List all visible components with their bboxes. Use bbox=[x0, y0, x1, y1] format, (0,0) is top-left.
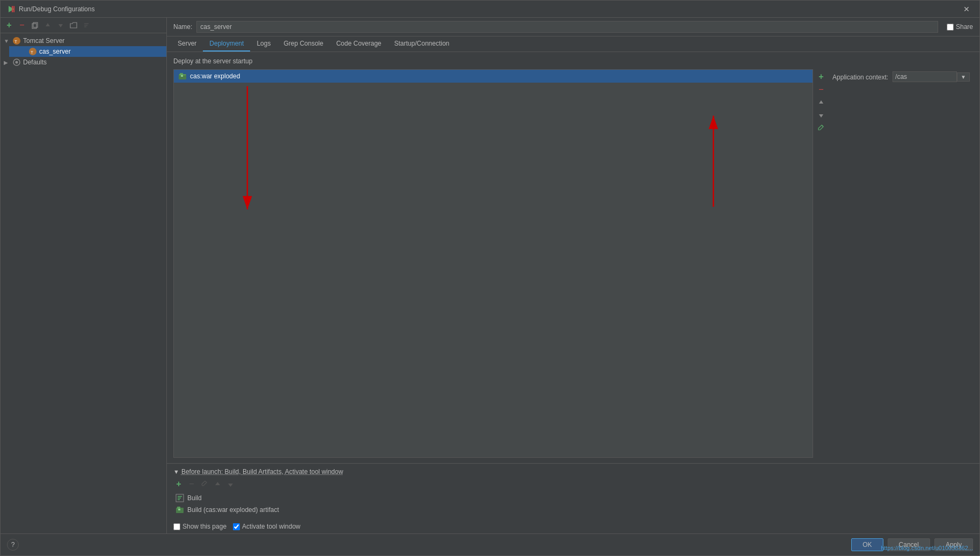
svg-rect-2 bbox=[13, 6, 14, 12]
defaults-icon bbox=[12, 58, 21, 67]
build-artifact-item: Build (cas:war exploded) artifact bbox=[173, 504, 973, 515]
share-checkbox[interactable] bbox=[947, 24, 954, 31]
left-toolbar: + − bbox=[1, 18, 166, 33]
remove-config-button[interactable]: − bbox=[17, 20, 27, 31]
help-button[interactable]: ? bbox=[7, 539, 19, 551]
app-context-area: Application context: ▼ bbox=[829, 69, 973, 458]
build-item-label: Build bbox=[187, 494, 202, 502]
tab-code-coverage[interactable]: Code Coverage bbox=[330, 36, 387, 52]
build-artifact-icon bbox=[175, 506, 184, 514]
before-launch-toolbar: + − bbox=[173, 479, 973, 489]
svg-marker-23 bbox=[215, 482, 220, 485]
before-launch-section: ▼ Before launch: Build, Build Artifacts,… bbox=[167, 463, 979, 520]
svg-marker-24 bbox=[228, 484, 233, 487]
deploy-sidebar: + − bbox=[813, 69, 829, 458]
app-context-input[interactable] bbox=[893, 71, 957, 82]
move-artifact-down-button[interactable] bbox=[816, 110, 827, 121]
activate-tool-window-label: Activate tool window bbox=[242, 523, 301, 530]
dialog-title: Run/Debug Configurations bbox=[19, 5, 94, 13]
build-icon bbox=[175, 494, 184, 502]
watermark: https://blog.csdn.net/u010058362... bbox=[881, 545, 973, 551]
bottom-options: Show this page Activate tool window bbox=[167, 520, 979, 533]
name-label: Name: bbox=[173, 23, 192, 31]
artifact-row-cas[interactable]: cas:war exploded bbox=[174, 70, 813, 83]
defaults-expand-arrow: ▶ bbox=[4, 60, 10, 65]
svg-rect-1 bbox=[12, 6, 13, 12]
svg-rect-4 bbox=[33, 23, 38, 27]
tab-startup-connection[interactable]: Startup/Connection bbox=[388, 36, 456, 52]
copy-config-button[interactable] bbox=[30, 20, 40, 31]
svg-marker-0 bbox=[9, 6, 14, 12]
run-debug-icon bbox=[7, 5, 16, 13]
svg-line-22 bbox=[822, 125, 823, 127]
svg-rect-3 bbox=[32, 24, 36, 28]
tab-grep-console[interactable]: Grep Console bbox=[277, 36, 330, 52]
sort-button[interactable] bbox=[81, 20, 92, 31]
bl-down-button[interactable] bbox=[225, 479, 236, 489]
move-down-button[interactable] bbox=[55, 20, 66, 31]
show-this-page-row: Show this page bbox=[173, 523, 226, 530]
svg-point-15 bbox=[16, 61, 18, 64]
config-tree: ▼ T Tomcat Server T cas_server bbox=[1, 33, 166, 533]
tree-node-tomcat-server[interactable]: ▼ T Tomcat Server bbox=[1, 35, 166, 46]
activate-tool-window-row: Activate tool window bbox=[233, 523, 301, 530]
svg-rect-18 bbox=[181, 75, 183, 77]
svg-marker-21 bbox=[819, 114, 823, 118]
tomcat-server-icon: T bbox=[12, 36, 21, 45]
tab-logs[interactable]: Logs bbox=[250, 36, 277, 52]
share-area: Share bbox=[947, 23, 973, 31]
show-page-checkbox[interactable] bbox=[173, 523, 180, 530]
svg-rect-31 bbox=[178, 509, 180, 510]
title-bar: Run/Debug Configurations ✕ bbox=[1, 1, 979, 18]
build-artifact-label: Build (cas:war exploded) artifact bbox=[187, 506, 279, 514]
app-context-label: Application context: bbox=[832, 71, 888, 81]
move-up-button[interactable] bbox=[42, 20, 53, 31]
svg-marker-6 bbox=[58, 24, 63, 27]
deployment-content: Deploy at the server startup bbox=[167, 52, 979, 463]
show-page-label: Show this page bbox=[182, 523, 226, 530]
cas-server-label: cas_server bbox=[39, 48, 71, 55]
add-artifact-button[interactable]: + bbox=[816, 71, 827, 82]
close-button[interactable]: ✕ bbox=[960, 4, 973, 14]
activate-tool-window-checkbox[interactable] bbox=[233, 523, 240, 530]
bl-edit-button[interactable] bbox=[199, 479, 210, 489]
svg-text:T: T bbox=[14, 39, 17, 44]
defaults-label: Defaults bbox=[23, 58, 47, 66]
artifact-list: cas:war exploded bbox=[173, 69, 813, 458]
svg-rect-30 bbox=[177, 507, 180, 509]
tree-node-cas-server[interactable]: T cas_server bbox=[9, 46, 166, 57]
name-input[interactable] bbox=[196, 21, 938, 33]
svg-rect-19 bbox=[179, 75, 186, 75]
bl-add-button[interactable]: + bbox=[173, 479, 184, 489]
share-label: Share bbox=[956, 23, 973, 31]
name-row: Name: Share bbox=[167, 18, 979, 36]
edit-artifact-button[interactable] bbox=[816, 123, 827, 134]
move-artifact-up-button[interactable] bbox=[816, 97, 827, 108]
svg-text:T: T bbox=[31, 50, 33, 55]
tree-node-defaults[interactable]: ▶ Defaults bbox=[1, 57, 166, 68]
tomcat-server-label: Tomcat Server bbox=[23, 37, 64, 45]
ok-button[interactable]: OK bbox=[851, 538, 883, 551]
bl-remove-button[interactable]: − bbox=[186, 479, 197, 489]
cas-server-icon: T bbox=[28, 47, 37, 56]
folder-button[interactable] bbox=[68, 20, 79, 31]
remove-artifact-button[interactable]: − bbox=[816, 84, 827, 95]
deploy-at-startup-label: Deploy at the server startup bbox=[173, 57, 973, 65]
app-context-dropdown[interactable]: ▼ bbox=[957, 72, 970, 82]
tab-server[interactable]: Server bbox=[171, 36, 203, 52]
tomcat-expand-arrow: ▼ bbox=[4, 38, 10, 44]
svg-marker-5 bbox=[46, 23, 50, 26]
bottom-bar: ? OK Cancel Apply bbox=[1, 533, 979, 555]
artifact-name: cas:war exploded bbox=[190, 72, 240, 80]
bl-up-button[interactable] bbox=[212, 479, 223, 489]
tab-bar: Server Deployment Logs Grep Console Code… bbox=[167, 36, 979, 52]
add-config-button[interactable]: + bbox=[4, 20, 14, 31]
before-launch-title: Before launch: Build, Build Artifacts, A… bbox=[181, 468, 343, 475]
build-item-build: Build bbox=[173, 493, 973, 503]
svg-marker-20 bbox=[819, 100, 823, 104]
tab-deployment[interactable]: Deployment bbox=[203, 36, 250, 52]
war-exploded-icon bbox=[178, 72, 187, 81]
